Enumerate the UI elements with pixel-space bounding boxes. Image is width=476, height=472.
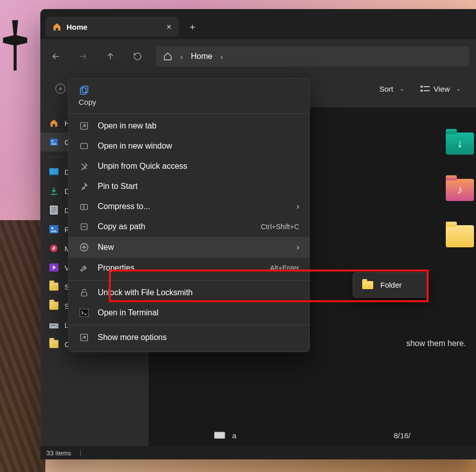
ctx-open-new-tab[interactable]: Open in new tab xyxy=(69,116,309,136)
svg-rect-9 xyxy=(51,208,56,209)
gallery-icon xyxy=(49,138,58,147)
downloads-folder-tile[interactable]: ↓ xyxy=(446,132,474,155)
svg-rect-27 xyxy=(80,309,89,317)
ctx-open-terminal[interactable]: Open in Terminal xyxy=(69,303,309,323)
more-icon xyxy=(79,333,90,342)
chevron-right-icon[interactable]: › xyxy=(221,52,223,61)
disk-icon xyxy=(49,320,58,329)
ctx-shortcut: Ctrl+Shift+C xyxy=(261,223,299,231)
tab-home[interactable]: Home ✕ xyxy=(45,17,179,37)
plus-circle-icon: + xyxy=(55,84,65,94)
ctx-label: Unpin from Quick access xyxy=(98,162,187,171)
terminal-icon xyxy=(79,309,90,317)
ctx-unpin-quick-access[interactable]: Unpin from Quick access xyxy=(69,156,309,176)
wrench-icon xyxy=(79,263,90,273)
ctx-open-new-window[interactable]: Open in new window xyxy=(69,136,309,156)
folder-icon xyxy=(49,340,58,349)
svg-rect-7 xyxy=(49,174,58,175)
back-button[interactable] xyxy=(47,48,64,65)
breadcrumb-location[interactable]: Home xyxy=(191,52,213,61)
lock-open-icon xyxy=(79,288,90,297)
navigation-bar: › Home › xyxy=(40,39,476,74)
svg-point-18 xyxy=(56,325,57,326)
folder-tile[interactable] xyxy=(446,225,474,247)
ctx-label: Open in new tab xyxy=(98,121,157,130)
drive-icon xyxy=(214,432,225,439)
copy-icon[interactable] xyxy=(79,85,299,96)
svg-rect-11 xyxy=(51,212,55,213)
svg-rect-0 xyxy=(421,86,423,88)
music-folder-tile[interactable]: ♪ xyxy=(446,179,474,201)
chevron-right-icon: › xyxy=(180,52,183,61)
chevron-down-icon: ⌄ xyxy=(399,85,404,92)
ctx-pin-to-start[interactable]: Pin to Start xyxy=(69,176,309,196)
ctx-label: Properties xyxy=(98,263,134,273)
svg-rect-23 xyxy=(81,205,88,210)
videos-icon xyxy=(49,263,58,272)
ctx-copy-as-path[interactable]: Copy as path Ctrl+Shift+C xyxy=(69,217,309,237)
chevron-right-icon: › xyxy=(297,202,299,211)
download-icon: ↓ xyxy=(446,132,474,155)
svg-rect-22 xyxy=(81,144,88,149)
document-icon xyxy=(49,206,58,215)
file-row[interactable]: a 8/16/ xyxy=(149,424,476,446)
open-tab-icon xyxy=(79,121,90,130)
view-icon xyxy=(421,85,430,92)
music-note-icon: ♪ xyxy=(446,179,474,201)
status-bar: 33 items xyxy=(40,446,476,459)
folder-icon xyxy=(49,282,58,291)
file-name: a xyxy=(232,431,236,440)
view-button[interactable]: View ⌄ xyxy=(416,82,466,96)
chevron-right-icon: › xyxy=(297,243,299,252)
svg-rect-17 xyxy=(50,325,55,326)
folder-icon xyxy=(362,281,373,289)
submenu-folder[interactable]: Folder xyxy=(356,276,425,294)
download-icon xyxy=(49,186,58,195)
empty-hint-text: show them here. xyxy=(406,339,466,348)
ctx-new[interactable]: New › xyxy=(69,237,309,258)
svg-rect-1 xyxy=(421,90,423,92)
ctx-shortcut: Alt+Enter xyxy=(270,264,299,272)
forward-button[interactable] xyxy=(75,48,92,65)
folder-icon xyxy=(49,301,58,310)
svg-rect-2 xyxy=(424,86,430,87)
svg-point-13 xyxy=(51,227,53,229)
sort-label: Sort xyxy=(379,85,393,93)
file-date: 8/16/ xyxy=(394,431,411,440)
ctx-show-more-options[interactable]: Show more options xyxy=(69,327,309,348)
copy-label: Copy xyxy=(79,98,299,106)
tab-bar: Home ✕ ＋ xyxy=(40,9,476,39)
plus-circle-icon xyxy=(79,242,90,252)
music-icon xyxy=(49,244,58,253)
ctx-compress[interactable]: Compress to... › xyxy=(69,196,309,217)
submenu-label: Folder xyxy=(380,281,402,289)
home-icon xyxy=(52,22,61,31)
ctx-properties[interactable]: Properties Alt+Enter xyxy=(69,258,309,278)
home-icon xyxy=(49,118,58,127)
open-window-icon xyxy=(79,142,90,151)
home-outline-icon xyxy=(163,52,172,61)
pin-icon xyxy=(79,182,90,191)
sort-button[interactable]: Sort ⌄ xyxy=(374,82,410,96)
ctx-label: Open in new window xyxy=(98,142,172,151)
new-tab-button[interactable]: ＋ xyxy=(188,21,197,33)
ctx-label: Compress to... xyxy=(98,202,150,211)
address-bar[interactable]: › Home › xyxy=(156,46,469,66)
chevron-down-icon: ⌄ xyxy=(456,85,461,92)
svg-rect-19 xyxy=(82,86,88,93)
ctx-label: Show more options xyxy=(98,333,167,342)
compress-icon xyxy=(79,202,90,211)
refresh-button[interactable] xyxy=(129,48,146,65)
item-count: 33 items xyxy=(46,449,71,457)
tab-title: Home xyxy=(66,23,88,31)
new-submenu: Folder xyxy=(353,272,428,298)
ctx-unlock-filelocksmith[interactable]: Unlock with File Locksmith xyxy=(69,283,309,303)
view-label: View xyxy=(434,85,450,93)
svg-rect-3 xyxy=(424,90,430,91)
ctx-label: Unlock with File Locksmith xyxy=(98,288,193,297)
up-button[interactable] xyxy=(102,48,119,65)
svg-rect-26 xyxy=(82,292,87,296)
ctx-label: Copy as path xyxy=(98,222,145,231)
ctx-label: New xyxy=(98,243,114,252)
tab-close-icon[interactable]: ✕ xyxy=(166,23,172,31)
